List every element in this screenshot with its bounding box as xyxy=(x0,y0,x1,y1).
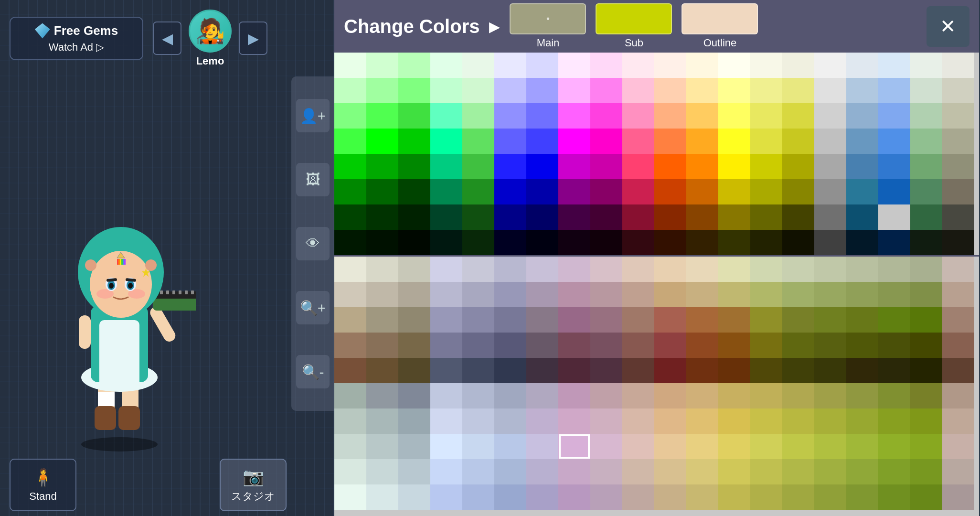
color-cell[interactable] xyxy=(398,230,430,255)
color-cell[interactable] xyxy=(782,78,814,103)
color-cell[interactable] xyxy=(910,129,942,154)
color-cell[interactable] xyxy=(462,103,494,129)
color-cell[interactable] xyxy=(398,204,430,230)
color-cell[interactable] xyxy=(398,484,430,510)
color-cell[interactable] xyxy=(942,230,974,255)
color-cell[interactable] xyxy=(334,484,366,510)
color-cell[interactable] xyxy=(430,129,462,154)
color-cell[interactable] xyxy=(942,307,974,333)
color-cell[interactable] xyxy=(398,408,430,434)
color-cell[interactable] xyxy=(462,434,494,459)
color-cell[interactable] xyxy=(334,204,366,230)
color-cell[interactable] xyxy=(398,103,430,129)
color-cell[interactable] xyxy=(462,129,494,154)
color-cell[interactable] xyxy=(526,257,558,282)
color-cell[interactable] xyxy=(622,383,654,408)
color-cell[interactable] xyxy=(366,307,398,333)
color-cell[interactable] xyxy=(686,333,718,358)
color-cell[interactable] xyxy=(654,434,686,459)
color-cell[interactable] xyxy=(494,129,526,154)
free-gems-button[interactable]: Free Gems Watch Ad ▷ xyxy=(10,17,143,60)
color-cell[interactable] xyxy=(750,78,782,103)
color-cell[interactable] xyxy=(558,484,590,510)
nav-prev-button[interactable]: ◀ xyxy=(153,22,181,55)
color-cell[interactable] xyxy=(558,78,590,103)
color-cell[interactable] xyxy=(750,154,782,179)
color-cell[interactable] xyxy=(558,204,590,230)
color-cell[interactable] xyxy=(878,53,910,78)
color-cell[interactable] xyxy=(462,358,494,383)
color-cell[interactable] xyxy=(846,204,878,230)
color-cell[interactable] xyxy=(750,408,782,434)
color-cell[interactable] xyxy=(622,129,654,154)
color-cell[interactable] xyxy=(654,282,686,307)
color-cell[interactable] xyxy=(526,459,558,484)
color-cell[interactable] xyxy=(718,333,750,358)
color-cell[interactable] xyxy=(686,282,718,307)
color-cell[interactable] xyxy=(622,103,654,129)
color-cell[interactable] xyxy=(526,358,558,383)
color-cell[interactable] xyxy=(846,307,878,333)
color-cell[interactable] xyxy=(430,358,462,383)
color-cell[interactable] xyxy=(654,408,686,434)
color-cell[interactable] xyxy=(718,383,750,408)
color-cell[interactable] xyxy=(430,53,462,78)
color-cell[interactable] xyxy=(718,78,750,103)
close-button[interactable]: ✕ xyxy=(927,6,969,47)
color-cell[interactable] xyxy=(718,484,750,510)
color-cell[interactable] xyxy=(750,129,782,154)
color-cell[interactable] xyxy=(942,154,974,179)
color-cell[interactable] xyxy=(494,179,526,204)
color-cell[interactable] xyxy=(686,230,718,255)
color-cell[interactable] xyxy=(814,230,846,255)
color-cell[interactable] xyxy=(462,282,494,307)
color-cell[interactable] xyxy=(878,307,910,333)
color-cell[interactable] xyxy=(910,204,942,230)
color-cell[interactable] xyxy=(462,204,494,230)
color-cell[interactable] xyxy=(622,230,654,255)
color-cell[interactable] xyxy=(430,154,462,179)
color-cell[interactable] xyxy=(654,257,686,282)
color-cell[interactable] xyxy=(718,53,750,78)
color-cell[interactable] xyxy=(494,257,526,282)
color-cell[interactable] xyxy=(462,154,494,179)
color-cell[interactable] xyxy=(782,484,814,510)
color-cell[interactable] xyxy=(814,307,846,333)
color-cell[interactable] xyxy=(430,179,462,204)
color-cell[interactable] xyxy=(430,78,462,103)
color-cell[interactable] xyxy=(686,358,718,383)
color-cell[interactable] xyxy=(718,307,750,333)
color-cell[interactable] xyxy=(782,408,814,434)
color-cell[interactable] xyxy=(366,257,398,282)
color-cell[interactable] xyxy=(430,434,462,459)
color-cell[interactable] xyxy=(590,230,622,255)
color-cell[interactable] xyxy=(334,383,366,408)
color-cell[interactable] xyxy=(878,282,910,307)
color-cell[interactable] xyxy=(846,129,878,154)
color-cell[interactable] xyxy=(622,459,654,484)
color-cell[interactable] xyxy=(814,434,846,459)
color-cell[interactable] xyxy=(782,383,814,408)
color-cell[interactable] xyxy=(878,408,910,434)
color-cell[interactable] xyxy=(846,103,878,129)
color-cell[interactable] xyxy=(782,333,814,358)
color-cell[interactable] xyxy=(686,103,718,129)
color-cell[interactable] xyxy=(750,434,782,459)
color-cell[interactable] xyxy=(910,459,942,484)
color-cell[interactable] xyxy=(590,484,622,510)
color-cell[interactable] xyxy=(814,154,846,179)
color-cell[interactable] xyxy=(878,78,910,103)
color-cell[interactable] xyxy=(526,282,558,307)
color-cell[interactable] xyxy=(526,53,558,78)
color-cell[interactable] xyxy=(686,434,718,459)
color-cell[interactable] xyxy=(942,179,974,204)
color-cell[interactable] xyxy=(942,434,974,459)
color-cell[interactable] xyxy=(718,257,750,282)
color-cell[interactable] xyxy=(526,103,558,129)
color-cell[interactable] xyxy=(750,230,782,255)
color-cell[interactable] xyxy=(462,179,494,204)
color-cell[interactable] xyxy=(398,358,430,383)
color-cell[interactable] xyxy=(686,459,718,484)
color-cell[interactable] xyxy=(814,204,846,230)
color-cell[interactable] xyxy=(622,434,654,459)
